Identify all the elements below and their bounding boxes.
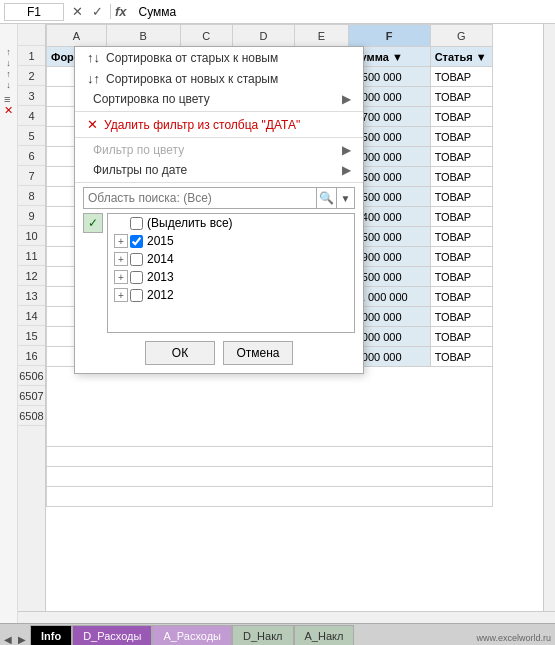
checkbox-2013-input[interactable] xyxy=(130,271,143,284)
ok-button[interactable]: ОК xyxy=(145,341,215,365)
cell-6508 xyxy=(47,487,493,507)
filter-buttons: ОК Отмена xyxy=(75,341,363,365)
row-num-4: 4 xyxy=(18,106,45,126)
row-num-16: 16 xyxy=(18,346,45,366)
arrow-icon3: ▶ xyxy=(342,163,351,177)
row-num-7: 7 xyxy=(18,166,45,186)
spreadsheet: A B C D E F G Форма ▼ Источ xyxy=(46,24,543,611)
ok-checkmark[interactable]: ✓ xyxy=(83,213,103,233)
search-button[interactable]: 🔍 xyxy=(316,188,336,208)
col-header-A[interactable]: A xyxy=(47,25,107,47)
expander-2014[interactable]: + xyxy=(114,252,128,266)
date-filters-label: Фильтры по дате xyxy=(93,163,187,177)
checkbox-2012-label: 2012 xyxy=(147,288,174,302)
cell-statya: ТОВАР xyxy=(430,327,492,347)
sort-buttons-area: ↑ ↓ ↑ ↓ ≡ ✕ xyxy=(0,24,18,623)
table-row-6507 xyxy=(47,467,493,487)
cell-6506 xyxy=(47,447,493,467)
date-filters[interactable]: Фильтры по дате ▶ xyxy=(75,160,363,180)
col-header-C[interactable]: C xyxy=(180,25,232,47)
separator xyxy=(75,111,363,112)
sort-old-new[interactable]: ↑↓ Сортировка от старых к новым xyxy=(75,47,363,68)
row-header-top xyxy=(18,24,45,46)
header-statya[interactable]: Статья ▼ xyxy=(430,47,492,67)
cancel-button[interactable]: Отмена xyxy=(223,341,293,365)
sort-az-button[interactable]: ↑ xyxy=(6,48,11,57)
sort-za-button[interactable]: ↓ xyxy=(6,59,11,68)
expander-2013[interactable]: + xyxy=(114,270,128,284)
col-header-F[interactable]: F xyxy=(348,25,430,47)
checkbox-2012-input[interactable] xyxy=(130,289,143,302)
sort-by-color-label: Сортировка по цвету xyxy=(93,92,210,106)
filter-dropdown: ↑↓ Сортировка от старых к новым ↓↑ Сорти… xyxy=(74,46,364,374)
col-header-E[interactable]: E xyxy=(294,25,348,47)
sort-desc-icon: ↓↑ xyxy=(87,71,100,86)
checkbox-2014-label: 2014 xyxy=(147,252,174,266)
main-area: ↑ ↓ ↑ ↓ ≡ ✕ 1 2 3 4 5 6 7 8 9 xyxy=(0,24,555,623)
row-num-15: 15 xyxy=(18,326,45,346)
col-header-B[interactable]: B xyxy=(106,25,180,47)
cell-statya: ТОВАР xyxy=(430,247,492,267)
tab-info[interactable]: Info xyxy=(30,625,72,645)
row-num-12: 12 xyxy=(18,266,45,286)
table-row-empty xyxy=(47,367,493,447)
cancel-icon[interactable]: ✕ xyxy=(68,3,86,21)
grid-row: 1 2 3 4 5 6 7 8 9 10 11 12 13 14 15 16 6… xyxy=(18,24,555,611)
row-num-6506: 6506 xyxy=(18,366,45,386)
sort-asc-icon: ↑↓ xyxy=(87,50,100,65)
cell-reference[interactable]: F1 xyxy=(4,3,64,21)
tab-d-rashody[interactable]: D_Расходы xyxy=(72,625,152,645)
row-num-6508: 6508 xyxy=(18,406,45,426)
col-header-D[interactable]: D xyxy=(232,25,294,47)
tab-prev-button[interactable]: ◀ xyxy=(2,634,14,645)
cell-statya: ТОВАР xyxy=(430,227,492,247)
vertical-scrollbar[interactable] xyxy=(543,24,555,611)
cell-statya: ТОВАР xyxy=(430,347,492,367)
formula-icons: ✕ ✓ xyxy=(68,3,106,21)
tab-nav: ◀ ▶ xyxy=(0,634,30,645)
row-num-5: 5 xyxy=(18,126,45,146)
sort-by-color[interactable]: Сортировка по цвету ▶ xyxy=(75,89,363,109)
formula-value: Сумма xyxy=(135,4,551,20)
cell-statya: ТОВАР xyxy=(430,167,492,187)
checkbox-select-all[interactable]: (Выделить все) xyxy=(108,214,354,232)
checkbox-2014-input[interactable] xyxy=(130,253,143,266)
row-num-13: 13 xyxy=(18,286,45,306)
checkbox-all-input[interactable] xyxy=(130,217,143,230)
sort-new-old[interactable]: ↓↑ Сортировка от новых к старым xyxy=(75,68,363,89)
tab-a-nakl[interactable]: A_Накл xyxy=(294,625,355,645)
horizontal-scrollbar[interactable] xyxy=(18,611,555,623)
row-headers: 1 2 3 4 5 6 7 8 9 10 11 12 13 14 15 16 6… xyxy=(18,24,46,611)
sort-btn-group: ↑ ↓ xyxy=(6,48,11,68)
tab-next-button[interactable]: ▶ xyxy=(16,634,28,645)
filter-by-color: Фильтр по цвету ▶ xyxy=(75,140,363,160)
search-box: 🔍 ▼ xyxy=(83,187,355,209)
sort-new-old-label: Сортировка от новых к старым xyxy=(106,72,278,86)
sort-za-button2[interactable]: ↓ xyxy=(6,81,11,90)
checkbox-2015-input[interactable] xyxy=(130,235,143,248)
delete-filter-icon: ✕ xyxy=(87,117,98,132)
sort-az-button2[interactable]: ↑ xyxy=(6,70,11,79)
search-input[interactable] xyxy=(84,189,316,207)
expander-2012[interactable]: + xyxy=(114,288,128,302)
row-num-14: 14 xyxy=(18,306,45,326)
checkbox-2013-label: 2013 xyxy=(147,270,174,284)
separator3 xyxy=(75,182,363,183)
tab-d-nakl[interactable]: D_Накл xyxy=(232,625,293,645)
checkbox-2013[interactable]: + 2013 xyxy=(108,268,354,286)
col-header-G[interactable]: G xyxy=(430,25,492,47)
checkbox-2015[interactable]: + 2015 xyxy=(108,232,354,250)
filter-delete-left[interactable]: ✕ xyxy=(4,105,13,116)
cell-statya: ТОВАР xyxy=(430,267,492,287)
delete-filter[interactable]: ✕ Удалить фильтр из столбца "ДАТА" xyxy=(75,114,363,135)
checkbox-2014[interactable]: + 2014 xyxy=(108,250,354,268)
expander-2015[interactable]: + xyxy=(114,234,128,248)
cell-statya: ТОВАР xyxy=(430,87,492,107)
tab-bar: ◀ ▶ Info D_Расходы A_Расходы D_Накл A_На… xyxy=(0,623,555,645)
checkbox-2012[interactable]: + 2012 xyxy=(108,286,354,304)
confirm-icon[interactable]: ✓ xyxy=(88,3,106,21)
arrow-icon2: ▶ xyxy=(342,143,351,157)
search-dropdown-button[interactable]: ▼ xyxy=(336,188,354,208)
tab-a-rashody[interactable]: A_Расходы xyxy=(152,625,232,645)
cell-statya: ТОВАР xyxy=(430,307,492,327)
